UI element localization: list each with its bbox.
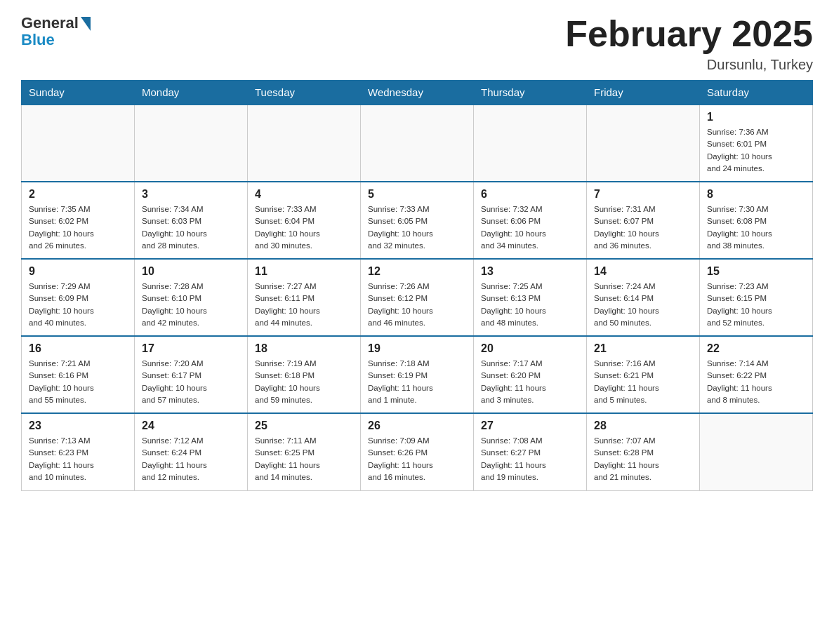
day-info: Sunrise: 7:17 AM Sunset: 6:20 PM Dayligh… — [481, 358, 579, 406]
day-info: Sunrise: 7:16 AM Sunset: 6:21 PM Dayligh… — [594, 358, 692, 406]
table-row: 27Sunrise: 7:08 AM Sunset: 6:27 PM Dayli… — [474, 413, 587, 490]
location-text: Dursunlu, Turkey — [565, 57, 813, 73]
col-tuesday: Tuesday — [248, 81, 361, 105]
col-thursday: Thursday — [474, 81, 587, 105]
day-number: 25 — [255, 420, 353, 432]
day-number: 8 — [707, 188, 805, 201]
day-number: 10 — [142, 265, 240, 278]
table-row — [248, 105, 361, 182]
table-row: 24Sunrise: 7:12 AM Sunset: 6:24 PM Dayli… — [135, 413, 248, 490]
day-number: 20 — [481, 342, 579, 355]
calendar-week-row: 9Sunrise: 7:29 AM Sunset: 6:09 PM Daylig… — [22, 259, 813, 336]
table-row: 25Sunrise: 7:11 AM Sunset: 6:25 PM Dayli… — [248, 413, 361, 490]
day-number: 19 — [368, 342, 466, 355]
day-info: Sunrise: 7:36 AM Sunset: 6:01 PM Dayligh… — [707, 126, 805, 175]
month-title: February 2025 — [565, 14, 813, 54]
table-row: 21Sunrise: 7:16 AM Sunset: 6:21 PM Dayli… — [587, 336, 700, 413]
table-row: 18Sunrise: 7:19 AM Sunset: 6:18 PM Dayli… — [248, 336, 361, 413]
table-row: 20Sunrise: 7:17 AM Sunset: 6:20 PM Dayli… — [474, 336, 587, 413]
calendar-header-row: Sunday Monday Tuesday Wednesday Thursday… — [22, 81, 813, 105]
day-info: Sunrise: 7:12 AM Sunset: 6:24 PM Dayligh… — [142, 435, 240, 483]
day-info: Sunrise: 7:31 AM Sunset: 6:07 PM Dayligh… — [594, 203, 692, 252]
table-row — [135, 105, 248, 182]
day-number: 14 — [594, 265, 692, 278]
day-info: Sunrise: 7:09 AM Sunset: 6:26 PM Dayligh… — [368, 435, 466, 483]
col-sunday: Sunday — [22, 81, 135, 105]
day-info: Sunrise: 7:07 AM Sunset: 6:28 PM Dayligh… — [594, 435, 692, 483]
day-number: 13 — [481, 265, 579, 278]
day-info: Sunrise: 7:30 AM Sunset: 6:08 PM Dayligh… — [707, 203, 805, 252]
day-info: Sunrise: 7:28 AM Sunset: 6:10 PM Dayligh… — [142, 281, 240, 329]
table-row: 16Sunrise: 7:21 AM Sunset: 6:16 PM Dayli… — [22, 336, 135, 413]
col-saturday: Saturday — [700, 81, 813, 105]
day-info: Sunrise: 7:29 AM Sunset: 6:09 PM Dayligh… — [29, 281, 127, 329]
calendar-table: Sunday Monday Tuesday Wednesday Thursday… — [21, 80, 813, 491]
day-info: Sunrise: 7:08 AM Sunset: 6:27 PM Dayligh… — [481, 435, 579, 483]
col-friday: Friday — [587, 81, 700, 105]
table-row — [587, 105, 700, 182]
day-info: Sunrise: 7:13 AM Sunset: 6:23 PM Dayligh… — [29, 435, 127, 483]
logo: General Blue — [21, 14, 91, 49]
calendar-week-row: 23Sunrise: 7:13 AM Sunset: 6:23 PM Dayli… — [22, 413, 813, 490]
day-info: Sunrise: 7:21 AM Sunset: 6:16 PM Dayligh… — [29, 358, 127, 406]
day-info: Sunrise: 7:32 AM Sunset: 6:06 PM Dayligh… — [481, 203, 579, 252]
day-number: 17 — [142, 342, 240, 355]
day-info: Sunrise: 7:24 AM Sunset: 6:14 PM Dayligh… — [594, 281, 692, 329]
day-number: 7 — [594, 188, 692, 201]
col-monday: Monday — [135, 81, 248, 105]
day-number: 11 — [255, 265, 353, 278]
table-row: 28Sunrise: 7:07 AM Sunset: 6:28 PM Dayli… — [587, 413, 700, 490]
day-info: Sunrise: 7:33 AM Sunset: 6:05 PM Dayligh… — [368, 203, 466, 252]
page-header: General Blue February 2025 Dursunlu, Tur… — [21, 14, 813, 73]
day-number: 9 — [29, 265, 127, 278]
day-number: 6 — [481, 188, 579, 201]
day-info: Sunrise: 7:25 AM Sunset: 6:13 PM Dayligh… — [481, 281, 579, 329]
day-number: 3 — [142, 188, 240, 201]
day-info: Sunrise: 7:34 AM Sunset: 6:03 PM Dayligh… — [142, 203, 240, 252]
table-row: 12Sunrise: 7:26 AM Sunset: 6:12 PM Dayli… — [361, 259, 474, 336]
table-row: 11Sunrise: 7:27 AM Sunset: 6:11 PM Dayli… — [248, 259, 361, 336]
table-row: 26Sunrise: 7:09 AM Sunset: 6:26 PM Dayli… — [361, 413, 474, 490]
table-row: 23Sunrise: 7:13 AM Sunset: 6:23 PM Dayli… — [22, 413, 135, 490]
table-row: 19Sunrise: 7:18 AM Sunset: 6:19 PM Dayli… — [361, 336, 474, 413]
table-row: 1Sunrise: 7:36 AM Sunset: 6:01 PM Daylig… — [700, 105, 813, 182]
day-info: Sunrise: 7:35 AM Sunset: 6:02 PM Dayligh… — [29, 203, 127, 252]
calendar-week-row: 2Sunrise: 7:35 AM Sunset: 6:02 PM Daylig… — [22, 182, 813, 259]
day-number: 23 — [29, 420, 127, 432]
day-number: 1 — [707, 111, 805, 123]
table-row: 2Sunrise: 7:35 AM Sunset: 6:02 PM Daylig… — [22, 182, 135, 259]
table-row: 15Sunrise: 7:23 AM Sunset: 6:15 PM Dayli… — [700, 259, 813, 336]
day-info: Sunrise: 7:26 AM Sunset: 6:12 PM Dayligh… — [368, 281, 466, 329]
table-row: 7Sunrise: 7:31 AM Sunset: 6:07 PM Daylig… — [587, 182, 700, 259]
day-number: 2 — [29, 188, 127, 201]
day-info: Sunrise: 7:19 AM Sunset: 6:18 PM Dayligh… — [255, 358, 353, 406]
day-number: 21 — [594, 342, 692, 355]
table-row — [22, 105, 135, 182]
day-number: 4 — [255, 188, 353, 201]
title-section: February 2025 Dursunlu, Turkey — [565, 14, 813, 73]
table-row — [700, 413, 813, 490]
day-info: Sunrise: 7:27 AM Sunset: 6:11 PM Dayligh… — [255, 281, 353, 329]
day-number: 27 — [481, 420, 579, 432]
day-number: 22 — [707, 342, 805, 355]
table-row: 6Sunrise: 7:32 AM Sunset: 6:06 PM Daylig… — [474, 182, 587, 259]
calendar-week-row: 1Sunrise: 7:36 AM Sunset: 6:01 PM Daylig… — [22, 105, 813, 182]
logo-blue-text: Blue — [21, 31, 55, 49]
day-number: 28 — [594, 420, 692, 432]
calendar-week-row: 16Sunrise: 7:21 AM Sunset: 6:16 PM Dayli… — [22, 336, 813, 413]
day-info: Sunrise: 7:33 AM Sunset: 6:04 PM Dayligh… — [255, 203, 353, 252]
table-row: 9Sunrise: 7:29 AM Sunset: 6:09 PM Daylig… — [22, 259, 135, 336]
table-row: 8Sunrise: 7:30 AM Sunset: 6:08 PM Daylig… — [700, 182, 813, 259]
day-number: 18 — [255, 342, 353, 355]
day-info: Sunrise: 7:11 AM Sunset: 6:25 PM Dayligh… — [255, 435, 353, 483]
day-info: Sunrise: 7:23 AM Sunset: 6:15 PM Dayligh… — [707, 281, 805, 329]
day-number: 5 — [368, 188, 466, 201]
day-info: Sunrise: 7:18 AM Sunset: 6:19 PM Dayligh… — [368, 358, 466, 406]
day-number: 15 — [707, 265, 805, 278]
day-number: 12 — [368, 265, 466, 278]
table-row: 4Sunrise: 7:33 AM Sunset: 6:04 PM Daylig… — [248, 182, 361, 259]
table-row: 10Sunrise: 7:28 AM Sunset: 6:10 PM Dayli… — [135, 259, 248, 336]
logo-general-text: General — [21, 14, 79, 32]
table-row — [474, 105, 587, 182]
table-row: 22Sunrise: 7:14 AM Sunset: 6:22 PM Dayli… — [700, 336, 813, 413]
